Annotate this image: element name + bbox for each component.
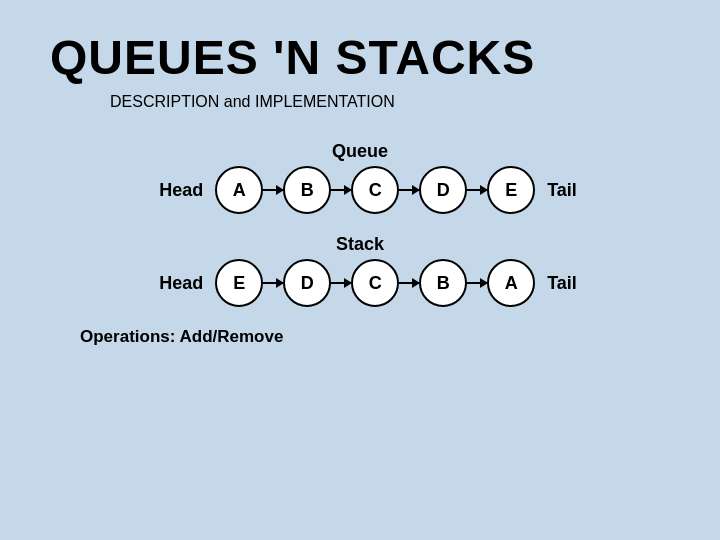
queue-node-2: C	[351, 166, 399, 214]
stack-node-3: B	[419, 259, 467, 307]
queue-connector-2	[399, 189, 419, 191]
queue-tail-label: Tail	[547, 180, 577, 201]
stack-connector-1	[331, 282, 351, 284]
queue-node-0: A	[215, 166, 263, 214]
stack-node-1: D	[283, 259, 331, 307]
stack-node-0: E	[215, 259, 263, 307]
stack-node-2: C	[351, 259, 399, 307]
stack-connector-2	[399, 282, 419, 284]
subtitle: DESCRIPTION and IMPLEMENTATION	[110, 93, 395, 111]
queue-node-4: E	[487, 166, 535, 214]
stack-chain-row: Head E D C B A Tail	[143, 259, 577, 307]
stack-node-4: A	[487, 259, 535, 307]
queue-label: Queue	[332, 141, 388, 162]
queue-chain-row: Head A B C D E Tail	[143, 166, 577, 214]
queue-connector-0	[263, 189, 283, 191]
queue-head-label: Head	[143, 180, 203, 201]
stack-section: Stack Head E D C B A Tail	[50, 234, 670, 307]
stack-connector-0	[263, 282, 283, 284]
stack-label: Stack	[336, 234, 384, 255]
queue-connector-3	[467, 189, 487, 191]
queue-node-1: B	[283, 166, 331, 214]
stack-connector-3	[467, 282, 487, 284]
main-title: QUEUES 'N STACKS	[50, 30, 535, 85]
slide: QUEUES 'N STACKS DESCRIPTION and IMPLEME…	[0, 0, 720, 540]
diagram-area: Queue Head A B C D E Tail Stack Head E	[50, 141, 670, 317]
queue-connector-1	[331, 189, 351, 191]
operations-text: Operations: Add/Remove	[80, 327, 283, 347]
stack-head-label: Head	[143, 273, 203, 294]
queue-section: Queue Head A B C D E Tail	[50, 141, 670, 214]
queue-node-3: D	[419, 166, 467, 214]
stack-tail-label: Tail	[547, 273, 577, 294]
